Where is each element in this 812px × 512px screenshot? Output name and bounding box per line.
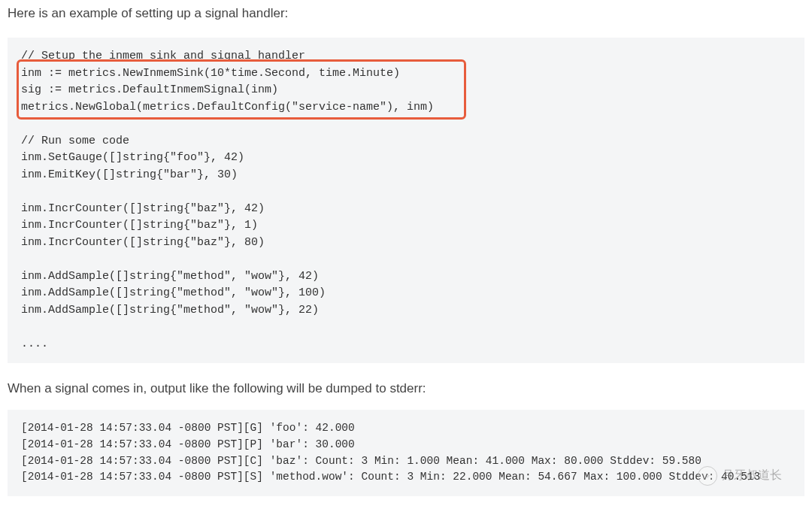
- middle-paragraph: When a signal comes in, output like the …: [8, 381, 804, 396]
- code-line: [2014-01-28 14:57:33.04 -0800 PST][S] 'm…: [21, 471, 760, 483]
- code-line: inm.IncrCounter([]string{"baz"}, 42): [21, 202, 265, 215]
- code-line: [2014-01-28 14:57:33.04 -0800 PST][P] 'b…: [21, 438, 355, 450]
- code-line: inm.IncrCounter([]string{"baz"}, 1): [21, 219, 258, 232]
- code-line: inm.AddSample([]string{"method", "wow"},…: [21, 270, 319, 283]
- code-line: [2014-01-28 14:57:33.04 -0800 PST][G] 'f…: [21, 422, 355, 434]
- intro-paragraph: Here is an example of setting up a signa…: [8, 6, 804, 21]
- code-line: sig := metrics.DefaultInmemSignal(inm): [21, 83, 278, 96]
- code-line: ....: [21, 338, 48, 350]
- code-line: inm.EmitKey([]string{"bar"}, 30): [21, 168, 238, 181]
- code-line: // Setup the inmem sink and signal handl…: [21, 50, 305, 62]
- code-line: // Run some code: [21, 135, 129, 147]
- code-block-example: // Setup the inmem sink and signal handl…: [8, 38, 804, 363]
- code-line: inm.IncrCounter([]string{"baz"}, 80): [21, 236, 265, 249]
- code-line: [2014-01-28 14:57:33.04 -0800 PST][C] 'b…: [21, 455, 701, 467]
- code-line: inm.AddSample([]string{"method", "wow"},…: [21, 286, 326, 299]
- code-line: inm.AddSample([]string{"method", "wow"},…: [21, 304, 319, 317]
- code-line: metrics.NewGlobal(metrics.DefaultConfig(…: [21, 101, 434, 114]
- code-line: inm.SetGauge([]string{"foo"}, 42): [21, 151, 244, 164]
- code-line: inm := metrics.NewInmemSink(10*time.Seco…: [21, 67, 400, 80]
- code-block-output: [2014-01-28 14:57:33.04 -0800 PST][G] 'f…: [8, 410, 804, 496]
